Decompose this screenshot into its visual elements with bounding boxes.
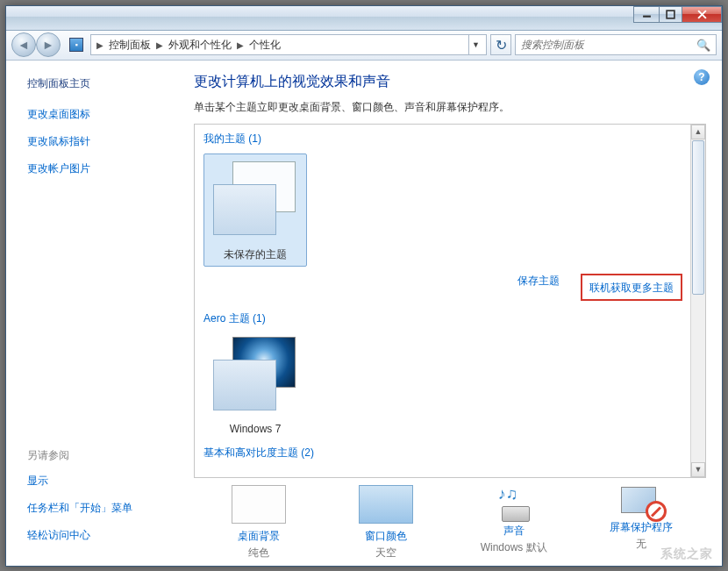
- sidebar-link-ease-of-access[interactable]: 轻松访问中心: [27, 528, 171, 543]
- screensaver-icon: [619, 485, 663, 520]
- page-title: 更改计算机上的视觉效果和声音: [194, 73, 706, 91]
- help-icon[interactable]: ?: [694, 69, 710, 85]
- desktop-background-button[interactable]: 桌面背景 纯色: [203, 485, 315, 560]
- theme-windows7[interactable]: Windows 7: [203, 333, 307, 435]
- theme-thumbnail: [208, 158, 303, 242]
- sidebar: 控制面板主页 更改桌面图标 更改鼠标指针 更改帐户图片 另请参阅 显示 任务栏和…: [6, 61, 182, 566]
- body: 控制面板主页 更改桌面图标 更改鼠标指针 更改帐户图片 另请参阅 显示 任务栏和…: [6, 61, 722, 566]
- sidebar-link-mouse-pointer[interactable]: 更改鼠标指针: [27, 134, 171, 149]
- toolbar: ◄ ► ▪ ▶ 控制面板 ▶ 外观和个性化 ▶ 个性化 ▼ ↻ 🔍: [6, 31, 722, 61]
- scroll-thumb[interactable]: [692, 140, 704, 295]
- crumb-appearance[interactable]: 外观和个性化: [167, 38, 233, 53]
- search-box[interactable]: 🔍: [515, 34, 717, 55]
- bottom-settings-row: 桌面背景 纯色 窗口颜色 天空 ♪♫ 声音 Windows 默认: [194, 485, 706, 560]
- section-aero-themes: Aero 主题 (1): [203, 311, 686, 326]
- theme-preview-window: [213, 360, 276, 410]
- section-basic-themes: 基本和高对比度主题 (2): [203, 446, 686, 460]
- save-theme-link[interactable]: 保存主题: [517, 274, 560, 301]
- sidebar-link-account-picture[interactable]: 更改帐户图片: [27, 161, 171, 176]
- desktop-background-icon: [232, 485, 286, 524]
- music-notes-icon: ♪♫: [498, 485, 518, 503]
- theme-label: 未保存的主题: [224, 247, 287, 262]
- crumb-control-panel[interactable]: 控制面板: [107, 38, 153, 53]
- scroll-track[interactable]: [691, 296, 705, 462]
- chevron-right-icon[interactable]: ▶: [235, 40, 246, 50]
- crumb-personalization[interactable]: 个性化: [247, 38, 282, 53]
- refresh-button[interactable]: ↻: [490, 34, 511, 55]
- bottom-sub: 天空: [375, 546, 396, 560]
- scroll-down-button[interactable]: ▼: [691, 462, 705, 477]
- search-input[interactable]: [521, 39, 696, 51]
- maximize-button[interactable]: [659, 6, 682, 23]
- scroll-up-button[interactable]: ▲: [691, 125, 705, 139]
- content: ? 更改计算机上的视觉效果和声音 单击某个主题立即更改桌面背景、窗口颜色、声音和…: [182, 61, 722, 566]
- window: ◄ ► ▪ ▶ 控制面板 ▶ 外观和个性化 ▶ 个性化 ▼ ↻ 🔍 控制面板主页…: [5, 5, 723, 567]
- chevron-right-icon[interactable]: ▶: [95, 40, 105, 50]
- bottom-label: 窗口颜色: [365, 529, 407, 544]
- forward-button[interactable]: ►: [36, 32, 61, 57]
- nav-buttons: ◄ ►: [11, 32, 61, 57]
- scrollbar-vertical[interactable]: ▲ ▼: [690, 125, 705, 477]
- minimize-button[interactable]: [633, 6, 660, 23]
- online-themes-link[interactable]: 联机获取更多主题: [589, 282, 674, 294]
- highlight-annotation: 联机获取更多主题: [581, 274, 682, 301]
- chevron-right-icon[interactable]: ▶: [154, 40, 165, 50]
- search-icon[interactable]: 🔍: [696, 39, 710, 52]
- disabled-icon: [646, 501, 667, 522]
- sounds-icon: ♪♫: [493, 485, 535, 524]
- window-color-icon: [359, 485, 413, 524]
- keyboard-icon: [502, 506, 530, 522]
- address-icon: ▪: [69, 38, 83, 52]
- theme-thumbnail: [208, 333, 303, 418]
- theme-preview-front: [213, 184, 276, 235]
- breadcrumb-dropdown-icon[interactable]: ▼: [468, 35, 482, 54]
- svg-rect-1: [667, 11, 674, 18]
- section-my-themes: 我的主题 (1): [203, 132, 686, 146]
- back-button[interactable]: ◄: [11, 32, 36, 57]
- aero-themes-row: Windows 7: [203, 333, 686, 435]
- page-desc: 单击某个主题立即更改桌面背景、窗口颜色、声音和屏幕保护程序。: [194, 100, 706, 115]
- my-themes-row: 未保存的主题: [203, 153, 686, 267]
- sounds-button[interactable]: ♪♫ 声音 Windows 默认: [458, 485, 570, 560]
- theme-label: Windows 7: [230, 423, 282, 435]
- bottom-sub: 无: [636, 537, 646, 552]
- bottom-label: 声音: [503, 524, 525, 539]
- sidebar-link-taskbar[interactable]: 任务栏和「开始」菜单: [27, 501, 171, 516]
- window-color-button[interactable]: 窗口颜色 天空: [330, 485, 442, 560]
- sidebar-home[interactable]: 控制面板主页: [27, 76, 171, 91]
- bottom-label: 屏幕保护程序: [610, 520, 673, 535]
- themes-panel: 我的主题 (1) 未保存的主题 保存主题 联机获取更多主题: [194, 124, 706, 478]
- bottom-label: 桌面背景: [238, 529, 280, 544]
- sidebar-link-display[interactable]: 显示: [27, 474, 171, 489]
- theme-unsaved[interactable]: 未保存的主题: [203, 153, 307, 267]
- titlebar[interactable]: [6, 6, 722, 31]
- close-button[interactable]: [682, 6, 722, 23]
- breadcrumb[interactable]: ▶ 控制面板 ▶ 外观和个性化 ▶ 个性化 ▼: [90, 34, 487, 55]
- theme-actions: 保存主题 联机获取更多主题: [203, 274, 682, 301]
- watermark: 系统之家: [660, 546, 713, 562]
- bottom-sub: Windows 默认: [481, 540, 547, 555]
- sidebar-link-desktop-icons[interactable]: 更改桌面图标: [27, 107, 171, 122]
- bottom-sub: 纯色: [248, 546, 269, 560]
- see-also-heading: 另请参阅: [27, 448, 171, 463]
